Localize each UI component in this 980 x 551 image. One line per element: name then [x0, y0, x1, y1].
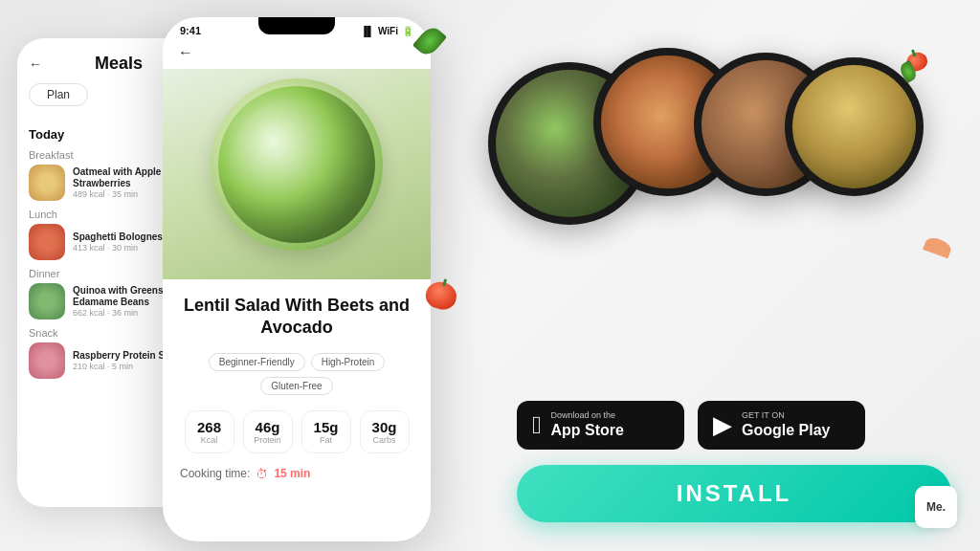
apple-main-label: App Store — [551, 422, 624, 439]
salad-bowl-image — [211, 78, 383, 251]
wifi-icon: WiFi — [378, 26, 398, 36]
fat-label: Fat — [312, 435, 341, 445]
meal-thumbnail — [29, 224, 65, 260]
nutrition-kcal: 268 Kcal — [185, 410, 234, 453]
nutrition-row: 268 Kcal 46g Protein 15g Fat 30g Carbs — [180, 410, 413, 453]
me-button[interactable]: Me. — [915, 486, 957, 528]
google-play-text: GET IT ON Google Play — [742, 411, 830, 439]
timer-icon: ⏱ — [256, 467, 268, 481]
cooking-time-label: Cooking time: — [180, 467, 250, 480]
install-button[interactable]: INSTALL — [517, 465, 951, 522]
phone-detail-area: Lentil Salad With Beets and Avocado Begi… — [163, 279, 431, 496]
google-top-label: GET IT ON — [742, 411, 830, 420]
carbs-value: 30g — [370, 419, 399, 435]
plan-button[interactable]: Plan — [29, 83, 88, 106]
meal-thumbnail — [29, 283, 65, 320]
meal-thumbnail — [29, 165, 65, 201]
back-arrow-icon[interactable]: ← — [29, 56, 42, 72]
food-image-area — [163, 69, 431, 279]
plate-bruschetta — [785, 57, 924, 196]
battery-icon: 🔋 — [402, 26, 413, 36]
phone-notch — [258, 17, 335, 34]
signal-icon: ▐▌ — [361, 26, 374, 36]
tag-gluten: Gluten-Free — [260, 377, 332, 395]
meal-thumbnail — [29, 342, 65, 379]
nutrition-fat: 15g Fat — [301, 410, 351, 453]
cooking-time: Cooking time: ⏱ 15 min — [180, 467, 413, 481]
app-store-button[interactable]:  Download on the App Store — [517, 401, 684, 450]
kcal-value: 268 — [195, 419, 224, 435]
tags-container: Beginner-Friendly High-Protein Gluten-Fr… — [180, 353, 413, 395]
nutrition-protein: 46g Protein — [243, 410, 293, 453]
dish-title: Lentil Salad With Beets and Avocado — [180, 295, 413, 340]
protein-value: 46g — [254, 419, 282, 435]
phone-main: 9:41 ▐▌ WiFi 🔋 ← Lentil Salad With Beets… — [163, 17, 431, 541]
nutrition-carbs: 30g Carbs — [360, 410, 410, 453]
google-main-label: Google Play — [742, 422, 830, 439]
google-play-icon: ▶ — [713, 410, 732, 440]
install-label: INSTALL — [677, 480, 792, 506]
status-time: 9:41 — [180, 25, 201, 36]
google-play-button[interactable]: ▶ GET IT ON Google Play — [698, 401, 865, 450]
apple-icon:  — [532, 410, 542, 440]
phone-header: ← — [163, 40, 431, 69]
store-buttons-container:  Download on the App Store ▶ GET IT ON … — [517, 401, 951, 450]
tag-beginner: Beginner-Friendly — [209, 353, 305, 371]
status-icons: ▐▌ WiFi 🔋 — [361, 26, 413, 36]
cooking-time-value: 15 min — [274, 467, 310, 480]
plate-food-4 — [792, 65, 916, 188]
carbs-label: Carbs — [370, 435, 399, 445]
kcal-label: Kcal — [195, 435, 224, 445]
fat-value: 15g — [312, 419, 341, 435]
tag-protein: High-Protein — [311, 353, 386, 371]
protein-label: Protein — [254, 435, 282, 445]
back-arrow-icon[interactable]: ← — [178, 44, 193, 61]
apple-store-text: Download on the App Store — [551, 411, 624, 439]
apple-top-label: Download on the — [551, 411, 624, 420]
